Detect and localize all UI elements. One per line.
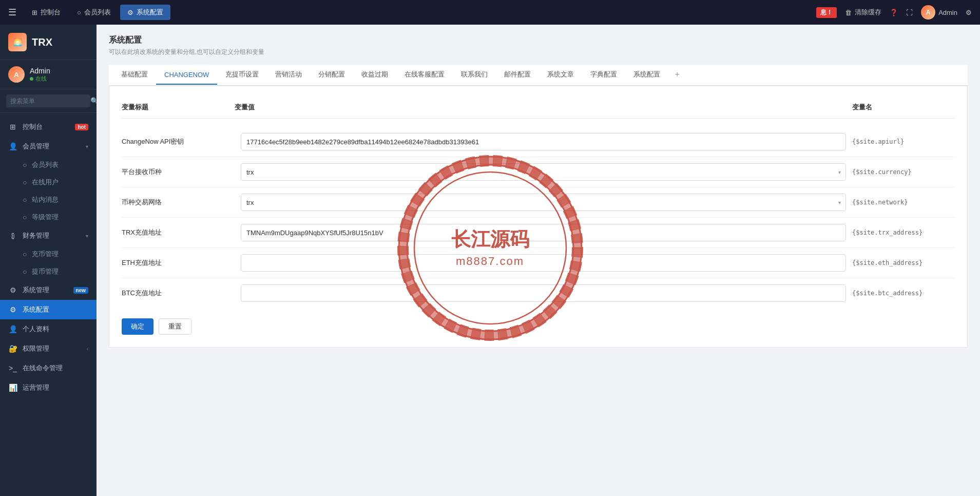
- var-name-currency: {$site.currency}: [852, 168, 955, 176]
- col-header-name: 变量名: [852, 103, 955, 112]
- sysconfig-nav-icon: ⚙: [127, 9, 133, 16]
- sidebar-item-recharge-mgmt[interactable]: ○ 充币管理: [0, 245, 97, 263]
- form-row-eth-address: ETH充值地址 {$site.eth_address}: [122, 248, 955, 278]
- form-row-network: 币种交易网络 trx eth btc ▾ {$site.network}: [122, 187, 955, 218]
- col-header-value: 变量值: [235, 103, 852, 112]
- profile-icon: 👤: [8, 325, 17, 333]
- admin-avatar: A: [921, 5, 935, 20]
- chevron-down-icon: ▾: [86, 233, 88, 239]
- sidebar-item-cmd-mgmt[interactable]: >_ 在线命令管理: [0, 358, 97, 378]
- sidebar-user-info: Admin 在线: [30, 67, 88, 83]
- dashboard-nav-icon: ⊞: [32, 9, 37, 16]
- chevron-down-icon: ▾: [86, 144, 88, 149]
- notification-badge[interactable]: 息！: [816, 7, 837, 18]
- tab-sysconfig[interactable]: 系统配置: [625, 65, 668, 85]
- sub-dot-icon: ○: [23, 161, 27, 169]
- tab-articles[interactable]: 系统文章: [539, 65, 582, 85]
- sidebar-item-finance-mgmt[interactable]: ₿ 财务管理 ▾: [0, 226, 97, 245]
- page-content: 系统配置 可以在此填改系统的变量和分组,也可以自定义分组和变量 基础配置 CHA…: [97, 25, 980, 358]
- gear-icon: ⚙: [8, 286, 17, 294]
- sidebar-item-sys-mgmt[interactable]: ⚙ 系统管理 new: [0, 280, 97, 300]
- tab-basic[interactable]: 基础配置: [113, 65, 156, 85]
- form-label-eth-address: ETH充值地址: [122, 258, 235, 268]
- search-icon: 🔍: [90, 97, 97, 105]
- form-value-btc-address: [241, 284, 846, 302]
- sidebar-item-level-mgmt[interactable]: ○ 等级管理: [0, 208, 97, 226]
- fullscreen-icon[interactable]: ⛶: [906, 9, 913, 16]
- topbar-right: 息！ 🗑 清除缓存 ❓ ⛶ A Admin ⚙: [816, 5, 972, 20]
- sub-dot-icon: ○: [23, 268, 27, 276]
- topbar-nav: ⊞控制台○会员列表⚙系统配置: [25, 5, 170, 20]
- tab-changenow[interactable]: CHANGENOW: [156, 66, 217, 85]
- sidebar-item-site-messages[interactable]: ○ 站内消息: [0, 191, 97, 208]
- member-icon: 👤: [8, 142, 17, 150]
- hot-badge: hot: [75, 124, 88, 130]
- bitcoin-icon: ₿: [8, 232, 17, 240]
- sidebar-item-dashboard[interactable]: ⊞ 控制台 hot: [0, 117, 97, 137]
- tab-add[interactable]: +: [668, 66, 685, 84]
- select-currency[interactable]: trx eth btc usdt: [241, 163, 846, 181]
- form-label-trx-address: TRX充值地址: [122, 228, 235, 237]
- input-trx-address[interactable]: [241, 224, 846, 241]
- form-row-currency: 平台接收币种 trx eth btc usdt ▾ {$site.currenc…: [122, 157, 955, 187]
- input-apikey[interactable]: [241, 133, 846, 150]
- var-name-apikey: {$site.apiurl}: [852, 138, 955, 145]
- sidebar-item-online-users[interactable]: ○ 在线用户: [0, 174, 97, 191]
- form-row-trx-address: TRX充值地址 {$site.trx_address}: [122, 218, 955, 248]
- form-actions: 确定 重置: [122, 318, 955, 335]
- sidebar-logo: 🌅: [8, 33, 27, 51]
- reset-button[interactable]: 重置: [159, 318, 191, 335]
- tab-mail[interactable]: 邮件配置: [496, 65, 539, 85]
- tab-contact[interactable]: 联系我们: [453, 65, 496, 85]
- topbar-nav-members[interactable]: ○会员列表: [70, 5, 118, 20]
- tab-rebate[interactable]: 分销配置: [310, 65, 353, 85]
- tab-dict[interactable]: 字典配置: [582, 65, 625, 85]
- sidebar-username: Admin: [30, 67, 88, 75]
- sidebar: 🌅 TRX A Admin 在线 🔍 ⊞ 控: [0, 25, 97, 496]
- var-name-trx-address: {$site.trx_address}: [852, 229, 955, 236]
- sidebar-item-ops-mgmt[interactable]: 📊 运营管理: [0, 378, 97, 397]
- sidebar-header: 🌅 TRX: [0, 25, 97, 60]
- form-value-network: trx eth btc ▾: [241, 194, 846, 211]
- sidebar-user-avatar: A: [8, 66, 25, 83]
- sidebar-user: A Admin 在线: [0, 60, 97, 89]
- sidebar-item-member-list[interactable]: ○ 会员列表: [0, 156, 97, 174]
- form-label-currency: 平台接收币种: [122, 167, 235, 177]
- trash-icon: 🗑: [845, 9, 852, 16]
- form-label-apikey: ChangeNow API密钥: [122, 137, 235, 146]
- input-eth-address[interactable]: [241, 254, 846, 272]
- tab-marketing[interactable]: 营销活动: [267, 65, 310, 85]
- sidebar-item-withdraw-mgmt[interactable]: ○ 提币管理: [0, 263, 97, 280]
- tab-income[interactable]: 收益过期: [353, 65, 396, 85]
- chevron-icon: ‹: [87, 346, 88, 352]
- new-badge: new: [73, 287, 88, 294]
- sidebar-item-sys-config[interactable]: ⚙ 系统配置: [0, 300, 97, 319]
- sidebar-user-status: 在线: [30, 75, 88, 83]
- form-label-network: 币种交易网络: [122, 198, 235, 207]
- confirm-button[interactable]: 确定: [122, 318, 153, 335]
- status-dot: [30, 77, 33, 81]
- page-description: 可以在此填改系统的变量和分组,也可以自定义分组和变量: [109, 48, 968, 56]
- search-input[interactable]: [10, 98, 87, 105]
- admin-user[interactable]: A Admin: [921, 5, 957, 20]
- clear-cache-button[interactable]: 🗑 清除缓存: [845, 8, 881, 17]
- tab-online-cs[interactable]: 在线客服配置: [396, 65, 453, 85]
- sidebar-nav: ⊞ 控制台 hot 👤 会员管理 ▾ ○ 会员列表 ○ 在线用户 ○ 站内消息: [0, 113, 97, 496]
- sidebar-item-profile[interactable]: 👤 个人资料: [0, 319, 97, 339]
- sidebar-item-member-mgmt[interactable]: 👤 会员管理 ▾: [0, 137, 97, 156]
- topbar-nav-sysconfig[interactable]: ⚙系统配置: [120, 5, 170, 20]
- main-layout: 🌅 TRX A Admin 在线 🔍 ⊞ 控: [0, 25, 980, 496]
- sub-dot-icon: ○: [23, 213, 27, 221]
- select-network[interactable]: trx eth btc: [241, 194, 846, 211]
- topbar-nav-dashboard[interactable]: ⊞控制台: [25, 5, 68, 20]
- menu-toggle-icon[interactable]: ☰: [8, 7, 16, 18]
- sub-dot-icon: ○: [23, 250, 27, 258]
- input-btc-address[interactable]: [241, 284, 846, 302]
- tab-recharge[interactable]: 充提币设置: [217, 65, 267, 85]
- form-row-apikey: ChangeNow API密钥 {$site.apiurl}: [122, 127, 955, 157]
- var-name-network: {$site.network}: [852, 199, 955, 206]
- settings-icon[interactable]: ⚙: [966, 9, 972, 16]
- chart-icon: 📊: [8, 384, 17, 392]
- help-icon[interactable]: ❓: [890, 9, 898, 16]
- sidebar-item-permissions[interactable]: 🔐 权限管理 ‹: [0, 339, 97, 358]
